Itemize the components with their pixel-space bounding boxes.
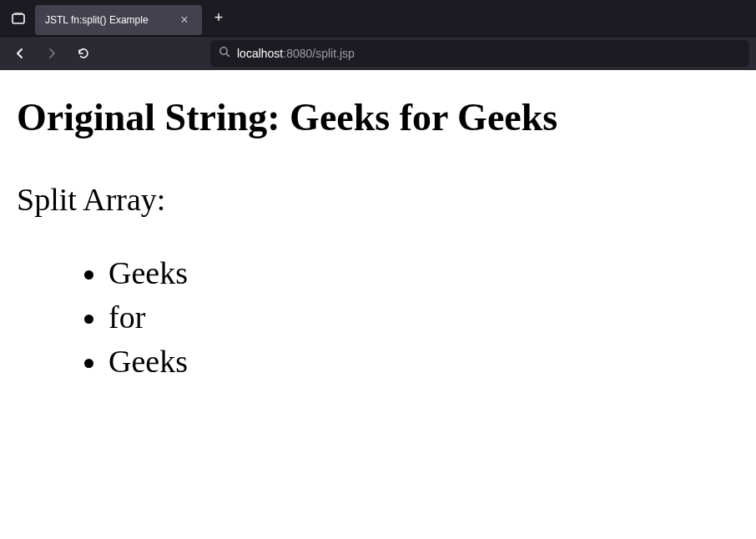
tab-close-icon[interactable]: × [177, 13, 192, 28]
page-subheading: Split Array: [17, 181, 739, 218]
list-item: for [108, 295, 739, 340]
forward-button[interactable] [38, 40, 65, 67]
tab-bar: JSTL fn:split() Example × + [0, 0, 756, 37]
tab-title: JSTL fn:split() Example [45, 14, 170, 26]
url-bar[interactable]: localhost:8080/split.jsp [210, 40, 749, 67]
svg-rect-1 [14, 13, 23, 14]
url-host: localhost [237, 47, 283, 60]
browser-tab[interactable]: JSTL fn:split() Example × [35, 5, 202, 35]
back-button[interactable] [7, 40, 33, 67]
browser-chrome: JSTL fn:split() Example × + [0, 0, 756, 70]
reload-button[interactable] [70, 40, 97, 67]
new-tab-button[interactable]: + [205, 5, 232, 32]
page-heading: Original String: Geeks for Geeks [17, 95, 739, 139]
split-array-list: Geeks for Geeks [17, 251, 739, 385]
search-icon [219, 46, 230, 61]
list-item: Geeks [108, 340, 739, 384]
svg-rect-0 [13, 14, 24, 23]
url-port: :8080 [283, 47, 312, 60]
page-content: Original String: Geeks for Geeks Split A… [0, 70, 756, 401]
url-text: localhost:8080/split.jsp [237, 47, 355, 60]
recent-browsing-icon[interactable] [5, 5, 32, 32]
nav-bar: localhost:8080/split.jsp [0, 37, 756, 70]
list-item: Geeks [108, 251, 739, 295]
url-path: /split.jsp [312, 47, 355, 60]
